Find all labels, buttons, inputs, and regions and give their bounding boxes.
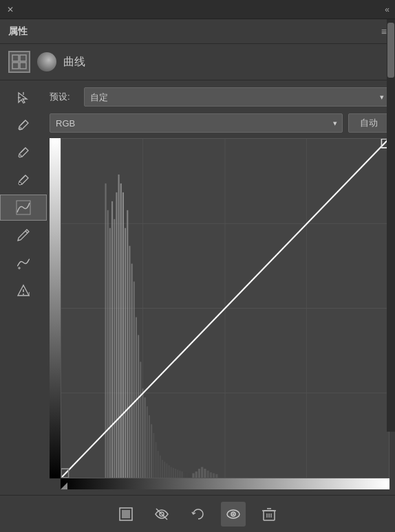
svg-text:!: ! [28,291,30,298]
svg-rect-46 [149,415,150,478]
smooth-tool[interactable] [0,250,47,276]
pencil-tool[interactable] [0,222,47,248]
svg-rect-68 [195,472,198,478]
svg-rect-38 [131,264,133,478]
svg-rect-75 [215,474,217,478]
svg-line-11 [21,176,25,180]
curve-tool[interactable] [0,195,47,221]
svg-rect-43 [142,388,143,478]
svg-rect-67 [192,474,194,478]
scrollbar-thumb[interactable] [387,23,394,78]
svg-rect-41 [138,335,139,478]
preset-row: 预设: 自定 默认 中对比度 强对比度 [50,86,389,108]
app-window: ✕ « 属性 ≡ 曲线 [0,0,395,532]
preset-select-wrapper: 自定 默认 中对比度 强对比度 [84,87,389,107]
svg-rect-61 [182,472,183,478]
menu-button[interactable]: ≡ [381,26,387,37]
svg-rect-2 [12,63,19,69]
svg-line-9 [21,148,25,153]
visibility-icon [225,506,242,522]
content-area: ! 预设: 自定 默认 中对比度 强对比度 [0,80,395,495]
svg-rect-65 [190,474,191,478]
delete-icon [261,506,277,522]
svg-point-84 [233,513,235,515]
svg-rect-45 [147,406,148,478]
svg-rect-58 [175,469,176,478]
preset-label: 预设: [50,91,77,103]
curves-header: 曲线 [0,44,395,80]
preset-select[interactable]: 自定 默认 中对比度 强对比度 [84,87,389,107]
svg-rect-33 [120,184,122,478]
svg-rect-44 [145,397,146,478]
warning-tool[interactable]: ! [0,277,47,303]
svg-rect-40 [136,317,137,478]
svg-line-13 [25,231,28,233]
svg-rect-59 [177,469,178,478]
svg-rect-1 [20,55,26,61]
bottom-gradient-bar [61,478,389,489]
svg-rect-48 [153,433,154,478]
graph-container [50,138,389,489]
svg-point-17 [23,293,24,295]
visibility-button[interactable] [221,502,246,527]
collapse-button[interactable]: « [385,5,389,14]
channel-select-wrapper: RGB 红 绿 蓝 [50,113,343,133]
svg-rect-50 [158,451,159,478]
svg-rect-57 [173,468,174,478]
svg-rect-51 [160,456,161,478]
eyedropper-black-tool[interactable] [0,167,47,193]
svg-rect-70 [201,467,203,478]
eye-track-icon [153,506,170,522]
svg-rect-28 [109,228,111,478]
adjustment-circle [37,52,56,71]
svg-rect-36 [127,210,128,478]
svg-rect-53 [164,462,165,478]
svg-point-8 [19,155,21,157]
svg-rect-29 [111,201,113,478]
svg-rect-30 [114,219,115,478]
eyedropper-white-tool[interactable] [0,112,47,138]
properties-header: 属性 ≡ [0,19,395,44]
delete-button[interactable] [257,502,281,527]
svg-rect-35 [125,228,126,478]
svg-rect-63 [186,472,187,478]
svg-rect-71 [204,469,206,478]
right-content: 预设: 自定 默认 中对比度 强对比度 RGB 红 绿 [47,80,395,495]
svg-rect-49 [155,442,156,478]
svg-rect-27 [107,210,109,478]
svg-rect-34 [122,192,124,478]
graph-svg-wrapper[interactable] [61,138,389,478]
svg-rect-37 [129,246,130,478]
svg-rect-64 [188,474,189,478]
svg-rect-31 [116,192,117,478]
svg-rect-47 [151,424,152,478]
mask-icon [118,506,134,522]
mask-button[interactable] [114,502,138,527]
svg-rect-69 [198,469,200,478]
corner-marker-bottom-left [61,483,67,489]
svg-rect-72 [207,471,209,478]
svg-rect-0 [12,55,19,61]
svg-rect-32 [118,175,120,478]
close-button[interactable]: ✕ [6,5,15,14]
svg-rect-73 [210,472,212,478]
svg-rect-39 [134,282,135,478]
bottom-toolbar [0,495,395,532]
scrollbar[interactable] [387,19,395,432]
eyedropper-gray-tool[interactable] [0,140,47,166]
svg-rect-74 [213,474,215,478]
channel-select[interactable]: RGB 红 绿 蓝 [50,113,343,133]
curves-label: 曲线 [63,55,85,69]
pointer-tool[interactable] [0,85,47,111]
left-gradient-bar [50,138,61,478]
curves-icon-box [8,51,30,73]
svg-rect-42 [140,362,141,478]
undo-button[interactable] [185,502,210,527]
svg-line-7 [21,121,25,125]
svg-point-10 [19,182,21,185]
left-toolbar: ! [0,80,47,495]
auto-button[interactable]: 自动 [348,113,389,133]
svg-rect-56 [171,467,172,478]
eye-track-button[interactable] [149,502,174,527]
svg-rect-80 [122,510,130,518]
